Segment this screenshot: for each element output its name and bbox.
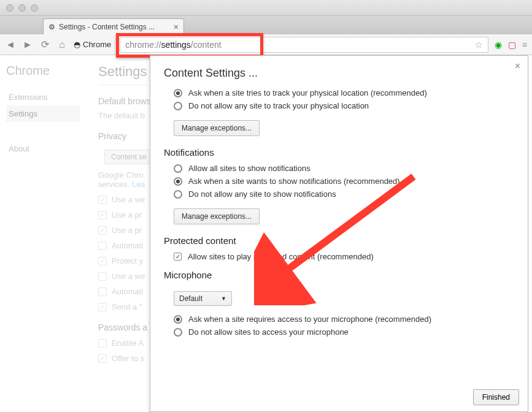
radio-icon <box>174 102 182 110</box>
reload-icon[interactable]: ⟳ <box>39 39 50 50</box>
protected-content-checkbox[interactable]: ✓Allow sites to play protected content (… <box>174 252 514 261</box>
traffic-min[interactable] <box>18 4 26 12</box>
checkbox[interactable] <box>98 272 107 281</box>
brand-title: Chrome <box>6 64 80 78</box>
browser-tab[interactable]: ⚙ Settings - Content Settings ... × <box>43 18 184 34</box>
forward-icon[interactable]: ► <box>22 39 33 50</box>
learn-more-link[interactable]: Lea <box>132 180 145 189</box>
microphone-device-select[interactable]: Default▼ <box>174 291 232 306</box>
back-icon[interactable]: ◄ <box>5 39 16 50</box>
dialog-title: Content Settings ... <box>164 67 514 80</box>
sidebar: Chrome Extensions Settings About <box>0 55 86 412</box>
close-icon[interactable]: × <box>174 22 179 32</box>
protected-content-heading: Protected content <box>164 235 514 246</box>
checkbox-icon: ✓ <box>174 253 182 261</box>
menu-icon[interactable]: ≡ <box>522 40 527 50</box>
microphone-ask-radio[interactable]: Ask when a site requires access to your … <box>174 315 514 324</box>
notifications-allow-radio[interactable]: Allow all sites to show notifications <box>174 164 514 173</box>
finished-button[interactable]: Finished <box>473 389 519 405</box>
extension-icon-2[interactable]: ▢ <box>508 40 516 50</box>
divider <box>98 85 147 85</box>
notifications-ask-radio[interactable]: Ask when a site wants to show notificati… <box>174 177 514 186</box>
sidebar-item-about[interactable]: About <box>6 140 80 157</box>
content-settings-button[interactable]: Content se <box>104 150 153 164</box>
location-ask-radio[interactable]: Ask when a site tries to track your phys… <box>174 88 514 97</box>
traffic-close[interactable] <box>6 4 13 12</box>
toolbar: ◄ ► ⟳ ⌂ ◓ Chrome chrome://settings/conte… <box>0 34 532 55</box>
checkbox[interactable]: ✓ <box>98 226 107 235</box>
secure-origin: ◓ Chrome <box>74 40 111 49</box>
location-block-radio[interactable]: Do not allow any site to track your phys… <box>174 101 514 110</box>
microphone-block-radio[interactable]: Do not allow sites to access your microp… <box>174 327 514 337</box>
annotation-highlight <box>116 33 263 58</box>
notifications-heading: Notifications <box>164 147 514 158</box>
star-icon[interactable]: ☆ <box>475 40 483 50</box>
traffic-max[interactable] <box>31 4 38 12</box>
checkbox[interactable]: ✓ <box>98 196 107 204</box>
checkbox[interactable]: ✓ <box>98 354 107 363</box>
notifications-block-radio[interactable]: Do not allow any site to show notificati… <box>174 189 514 199</box>
close-icon[interactable]: × <box>515 61 520 72</box>
window-titlebar <box>0 0 532 16</box>
tab-bar: ⚙ Settings - Content Settings ... × <box>0 16 532 34</box>
radio-icon <box>174 89 182 97</box>
location-manage-exceptions-button[interactable]: Manage exceptions... <box>174 120 260 136</box>
content-settings-dialog: × Content Settings ... Ask when a site t… <box>150 55 528 412</box>
sidebar-item-extensions[interactable]: Extensions <box>6 89 80 105</box>
checkbox[interactable]: ✓ <box>98 303 107 311</box>
radio-icon <box>174 177 182 186</box>
chrome-icon: ◓ <box>74 40 80 49</box>
checkbox[interactable]: ✓ <box>98 211 107 219</box>
microphone-heading: Microphone <box>164 270 514 280</box>
tab-title: Settings - Content Settings ... <box>59 23 155 31</box>
chevron-down-icon: ▼ <box>221 296 226 302</box>
home-icon[interactable]: ⌂ <box>56 39 67 50</box>
sidebar-item-settings[interactable]: Settings <box>6 105 80 122</box>
radio-icon <box>174 190 182 199</box>
radio-icon <box>174 328 182 337</box>
radio-icon <box>174 164 182 173</box>
checkbox[interactable] <box>98 288 107 296</box>
gear-icon: ⚙ <box>48 23 55 31</box>
checkbox[interactable] <box>98 339 107 348</box>
checkbox[interactable]: ✓ <box>98 257 107 265</box>
extension-icon[interactable]: ◉ <box>495 40 502 50</box>
checkbox[interactable] <box>98 242 107 250</box>
radio-icon <box>174 315 182 324</box>
notifications-manage-exceptions-button[interactable]: Manage exceptions... <box>174 208 260 224</box>
